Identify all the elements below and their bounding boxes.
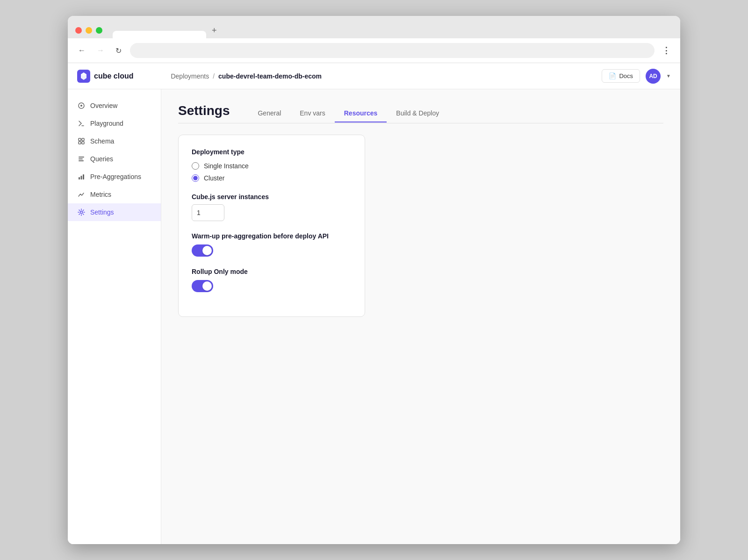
warmup-slider: [192, 244, 213, 257]
breadcrumb: Deployments / cube-devrel-team-demo-db-e…: [171, 72, 322, 80]
sidebar-label-overview: Overview: [90, 102, 117, 109]
tab-env-vars[interactable]: Env vars: [290, 105, 334, 122]
server-instances-label: Cube.js server instances: [192, 193, 352, 201]
settings-header: Settings General Env vars Resources Buil…: [178, 103, 663, 123]
tab-resources[interactable]: Resources: [335, 105, 387, 122]
avatar[interactable]: AD: [646, 69, 661, 84]
logo-icon: [77, 70, 90, 83]
back-button[interactable]: ←: [75, 44, 88, 57]
rollup-section: Rollup Only mode: [192, 268, 352, 294]
sidebar: Overview Playground Schema: [68, 89, 161, 544]
browser-menu[interactable]: ⋮: [660, 43, 673, 57]
radio-single-instance[interactable]: Single Instance: [192, 162, 352, 170]
maximize-button[interactable]: [96, 27, 102, 34]
sidebar-item-pre-aggregations[interactable]: Pre-Aggregations: [68, 168, 161, 186]
title-bar: +: [68, 16, 680, 38]
rollup-label: Rollup Only mode: [192, 268, 352, 275]
logo[interactable]: cube cloud: [77, 70, 133, 83]
reload-button[interactable]: ↻: [113, 44, 124, 57]
docs-label: Docs: [619, 72, 633, 79]
svg-rect-7: [79, 157, 84, 158]
deployment-type-radio-group: Single Instance Cluster: [192, 162, 352, 182]
main-layout: Overview Playground Schema: [68, 89, 680, 544]
warmup-label: Warm-up pre-aggregation before deploy AP…: [192, 232, 352, 240]
tab-bar: +: [113, 22, 673, 38]
sidebar-label-playground: Playground: [90, 120, 123, 127]
svg-rect-4: [82, 138, 84, 141]
tab-general[interactable]: General: [248, 105, 290, 122]
svg-rect-12: [83, 174, 84, 179]
breadcrumb-separator: /: [213, 72, 215, 80]
server-instances-input[interactable]: [192, 204, 224, 221]
breadcrumb-parent[interactable]: Deployments: [171, 72, 209, 80]
forward-button[interactable]: →: [94, 44, 107, 57]
sidebar-item-metrics[interactable]: Metrics: [68, 186, 161, 203]
sidebar-label-metrics: Metrics: [90, 191, 111, 198]
page-title: Settings: [178, 103, 230, 118]
svg-rect-9: [79, 160, 84, 161]
metrics-icon: [77, 190, 86, 199]
svg-rect-6: [82, 142, 84, 144]
svg-rect-10: [79, 177, 80, 179]
radio-cluster-label: Cluster: [204, 174, 224, 182]
radio-single-input[interactable]: [192, 162, 199, 170]
sidebar-item-playground[interactable]: Playground: [68, 115, 161, 132]
app-header: cube cloud Deployments / cube-devrel-tea…: [68, 63, 680, 89]
sidebar-label-schema: Schema: [90, 137, 114, 145]
breadcrumb-current: cube-devrel-team-demo-db-ecom: [218, 72, 322, 80]
settings-icon: [77, 208, 86, 216]
close-button[interactable]: [75, 27, 82, 34]
svg-rect-8: [79, 158, 83, 159]
sidebar-item-overview[interactable]: Overview: [68, 97, 161, 115]
sidebar-label-queries: Queries: [90, 155, 113, 163]
avatar-dropdown-icon[interactable]: ▼: [666, 73, 671, 79]
svg-point-2: [80, 105, 82, 107]
warmup-toggle[interactable]: [192, 244, 213, 257]
svg-point-13: [80, 211, 83, 214]
sidebar-label-pre-aggregations: Pre-Aggregations: [90, 173, 141, 180]
svg-rect-11: [81, 176, 82, 179]
settings-card: Deployment type Single Instance Cluster …: [178, 135, 365, 317]
minimize-button[interactable]: [86, 27, 92, 34]
radio-cluster-input[interactable]: [192, 174, 199, 182]
docs-icon: 📄: [609, 72, 616, 79]
address-bar[interactable]: [130, 43, 654, 58]
logo-text: cube cloud: [94, 72, 133, 80]
settings-tabs: General Env vars Resources Build & Deplo…: [248, 105, 663, 122]
sidebar-item-schema[interactable]: Schema: [68, 132, 161, 150]
sidebar-item-queries[interactable]: Queries: [68, 150, 161, 168]
app-container: cube cloud Deployments / cube-devrel-tea…: [68, 63, 680, 544]
sidebar-item-settings[interactable]: Settings: [68, 203, 161, 221]
traffic-lights: [75, 27, 102, 34]
new-tab-button[interactable]: +: [206, 22, 223, 38]
overview-icon: [77, 101, 86, 110]
queries-icon: [77, 155, 86, 163]
header-right: 📄 Docs AD ▼: [602, 69, 671, 84]
deployment-type-label: Deployment type: [192, 148, 352, 156]
playground-icon: [77, 119, 86, 128]
nav-bar: ← → ↻ ⋮: [68, 38, 680, 63]
pre-aggregations-icon: [77, 172, 86, 181]
active-tab[interactable]: [113, 31, 206, 38]
radio-single-label: Single Instance: [204, 162, 249, 170]
radio-cluster[interactable]: Cluster: [192, 174, 352, 182]
rollup-slider: [192, 280, 213, 292]
warmup-section: Warm-up pre-aggregation before deploy AP…: [192, 232, 352, 258]
svg-rect-5: [79, 142, 81, 144]
docs-button[interactable]: 📄 Docs: [602, 69, 640, 83]
tab-build-deploy[interactable]: Build & Deploy: [387, 105, 448, 122]
content-area: Settings General Env vars Resources Buil…: [161, 89, 680, 544]
schema-icon: [77, 137, 86, 145]
svg-rect-3: [79, 138, 81, 141]
sidebar-label-settings: Settings: [90, 208, 114, 216]
rollup-toggle[interactable]: [192, 280, 213, 292]
